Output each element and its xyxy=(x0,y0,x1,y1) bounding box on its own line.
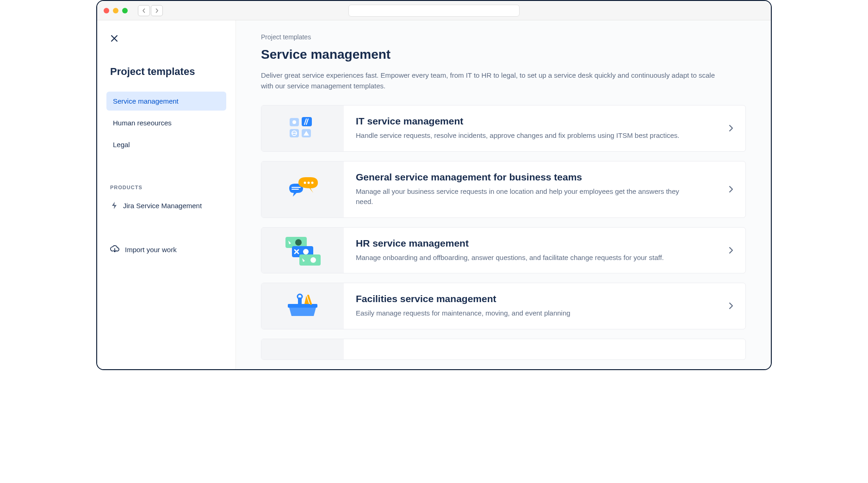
sidebar-item-label: Service management xyxy=(113,97,179,105)
back-button[interactable] xyxy=(138,5,150,16)
import-label: Import your work xyxy=(125,246,177,254)
url-bar[interactable] xyxy=(348,5,520,17)
lightning-icon xyxy=(110,201,118,210)
template-title: IT service management xyxy=(356,116,719,127)
product-label: Jira Service Management xyxy=(123,202,202,210)
svg-point-1 xyxy=(292,120,296,124)
svg-point-10 xyxy=(295,239,302,246)
template-body: HR service management Manage onboarding … xyxy=(344,228,745,273)
chevron-right-icon xyxy=(729,186,733,193)
template-illustration xyxy=(261,105,344,151)
maximize-window-button[interactable] xyxy=(122,8,128,13)
page-title: Service management xyxy=(261,47,746,62)
template-body: Facilities service management Easily man… xyxy=(344,283,745,329)
titlebar xyxy=(97,1,771,20)
minimize-window-button[interactable] xyxy=(113,8,118,13)
forward-button[interactable] xyxy=(151,5,163,16)
navigation-buttons xyxy=(138,5,163,16)
template-card-it-service-management[interactable]: IT service management Handle service req… xyxy=(261,105,746,152)
template-title: Facilities service management xyxy=(356,293,719,304)
svg-point-12 xyxy=(303,249,309,254)
template-card-hr-service-management[interactable]: HR service management Manage onboarding … xyxy=(261,227,746,274)
close-window-button[interactable] xyxy=(104,8,109,13)
hr-cards-icon xyxy=(283,234,322,266)
sidebar-item-label: Human reseources xyxy=(113,119,172,127)
sidebar-item-label: Legal xyxy=(113,141,130,149)
itsm-grid-icon xyxy=(288,115,317,141)
template-description: Manage onboarding and offboarding, answe… xyxy=(356,253,680,263)
svg-point-6 xyxy=(304,182,306,184)
svg-rect-13 xyxy=(299,254,321,266)
sidebar: Project templates Service management Hum… xyxy=(97,20,236,369)
template-illustration xyxy=(261,283,344,329)
sidebar-item-service-management[interactable]: Service management xyxy=(106,92,226,111)
toolbox-icon xyxy=(284,293,321,319)
template-card-cutoff[interactable] xyxy=(261,339,746,360)
template-title: General service management for business … xyxy=(356,172,719,183)
template-body: General service management for business … xyxy=(344,161,745,217)
close-icon[interactable] xyxy=(110,34,226,43)
window-controls xyxy=(104,8,128,13)
template-body xyxy=(344,339,745,359)
template-description: Manage all your business service request… xyxy=(356,186,680,207)
svg-point-17 xyxy=(298,294,302,299)
template-description: Easily manage requests for maintenance, … xyxy=(356,308,680,319)
import-your-work[interactable]: Import your work xyxy=(106,241,226,258)
chevron-right-icon xyxy=(729,124,733,132)
main-content: Project templates Service management Del… xyxy=(236,20,771,369)
svg-point-8 xyxy=(311,182,314,184)
svg-point-7 xyxy=(308,182,310,184)
template-card-general-service-management[interactable]: General service management for business … xyxy=(261,161,746,218)
cloud-download-icon xyxy=(110,245,119,254)
sidebar-title: Project templates xyxy=(106,66,226,78)
template-illustration xyxy=(261,228,344,273)
svg-rect-15 xyxy=(288,304,317,308)
sidebar-item-legal[interactable]: Legal xyxy=(106,135,226,154)
template-body: IT service management Handle service req… xyxy=(344,105,745,151)
chat-bubbles-icon xyxy=(285,175,321,203)
svg-point-14 xyxy=(310,257,316,263)
chevron-right-icon xyxy=(729,247,733,254)
sidebar-item-human-resources[interactable]: Human reseources xyxy=(106,113,226,132)
template-illustration xyxy=(261,161,344,217)
app-window: Project templates Service management Hum… xyxy=(96,0,772,370)
products-heading: PRODUCTS xyxy=(110,185,226,190)
page-description: Deliver great service experiences fast. … xyxy=(261,70,724,91)
app-body: Project templates Service management Hum… xyxy=(97,20,771,369)
template-title: HR service management xyxy=(356,238,719,249)
template-card-facilities-service-management[interactable]: Facilities service management Easily man… xyxy=(261,283,746,329)
breadcrumb[interactable]: Project templates xyxy=(261,33,746,41)
chevron-right-icon xyxy=(729,302,733,310)
template-description: Handle service requests, resolve inciden… xyxy=(356,130,680,141)
template-illustration xyxy=(261,339,344,359)
product-jira-service-management[interactable]: Jira Service Management xyxy=(106,198,226,213)
